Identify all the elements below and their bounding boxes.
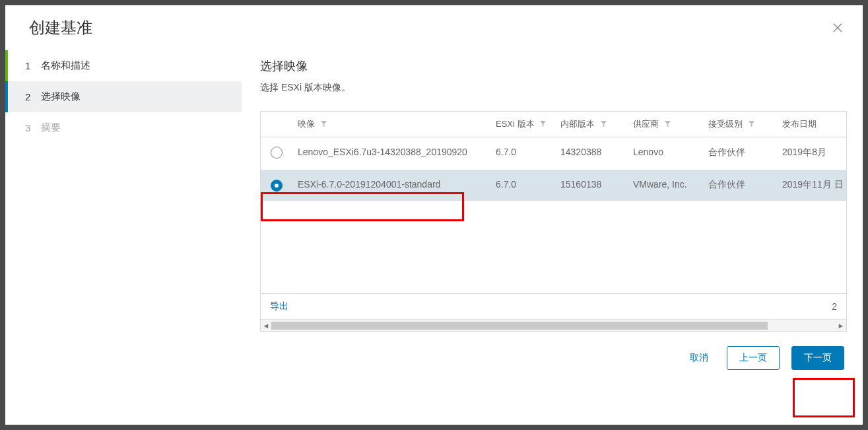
col-header-release-date: 发布日期 — [782, 119, 817, 129]
filter-icon[interactable] — [664, 120, 671, 129]
step-label: 摘要 — [41, 122, 61, 134]
col-header-esxi-version: ESXi 版本 — [496, 119, 535, 129]
filter-icon[interactable] — [539, 120, 547, 129]
step-summary: 3 摘要 — [5, 112, 242, 143]
radio-button[interactable] — [271, 147, 283, 159]
main-content: 选择映像 选择 ESXi 版本映像。 映像 ESXi 版本 — [242, 50, 863, 425]
radio-button[interactable] — [271, 180, 283, 192]
cell-release-date: 2019年11月 日 — [777, 170, 846, 201]
col-header-acceptance: 接受级别 — [708, 119, 743, 129]
step-number: 3 — [25, 122, 33, 133]
cell-acceptance: 合作伙伴 — [703, 170, 777, 201]
cell-image: ESXi-6.7.0-20191204001-standard — [292, 170, 490, 201]
next-button[interactable]: 下一页 — [791, 346, 844, 370]
table-row[interactable]: ESXi-6.7.0-20191204001-standard 6.7.0 15… — [261, 170, 846, 201]
row-count: 2 — [832, 301, 837, 312]
modal-body: 1 名称和描述 2 选择映像 3 摘要 选择映像 选择 ESXi 版本映像。 — [5, 50, 863, 425]
step-label: 选择映像 — [41, 90, 81, 103]
step-number: 1 — [25, 60, 33, 71]
section-desc: 选择 ESXi 版本映像。 — [260, 82, 863, 94]
col-header-vendor: 供应商 — [633, 119, 659, 129]
close-icon[interactable] — [831, 21, 844, 34]
cell-acceptance: 合作伙伴 — [703, 137, 777, 170]
cell-vendor: Lenovo — [628, 137, 703, 170]
filter-icon[interactable] — [320, 120, 327, 129]
image-table-container: 映像 ESXi 版本 内部版本 — [260, 111, 847, 332]
wizard-steps: 1 名称和描述 2 选择映像 3 摘要 — [5, 50, 242, 425]
export-link[interactable]: 导出 — [270, 301, 288, 312]
filter-icon[interactable] — [600, 120, 607, 129]
image-table: 映像 ESXi 版本 内部版本 — [261, 112, 846, 201]
cancel-button[interactable]: 取消 — [683, 347, 715, 369]
filter-icon[interactable] — [748, 120, 755, 129]
step-number: 2 — [25, 91, 33, 102]
cell-build: 14320388 — [555, 137, 628, 170]
cell-esxi-version: 6.7.0 — [490, 170, 555, 201]
cell-vendor: VMware, Inc. — [628, 170, 703, 201]
modal-title: 创建基准 — [29, 17, 92, 38]
modal-footer: 取消 上一页 下一页 — [260, 332, 863, 384]
cell-esxi-version: 6.7.0 — [490, 137, 555, 170]
prev-button[interactable]: 上一页 — [727, 346, 780, 370]
col-header-image: 映像 — [298, 119, 315, 129]
table-row[interactable]: Lenovo_ESXi6.7u3-14320388_20190920 6.7.0… — [261, 137, 846, 170]
cell-image: Lenovo_ESXi6.7u3-14320388_20190920 — [292, 137, 490, 170]
scroll-left-icon[interactable]: ◄ — [261, 322, 271, 330]
step-select-image[interactable]: 2 选择映像 — [5, 81, 242, 112]
table-footer: 导出 2 — [261, 293, 846, 319]
cell-release-date: 2019年8月 — [777, 137, 846, 170]
scroll-right-icon[interactable]: ► — [836, 322, 846, 330]
cell-build: 15160138 — [555, 170, 628, 201]
step-label: 名称和描述 — [41, 59, 90, 72]
modal-header: 创建基准 — [5, 5, 863, 50]
section-title: 选择映像 — [260, 58, 863, 74]
create-baseline-modal: 创建基准 1 名称和描述 2 选择映像 3 摘要 选择映像 选择 ESXi 版本… — [5, 5, 863, 425]
step-name-desc[interactable]: 1 名称和描述 — [5, 50, 242, 81]
col-header-build: 内部版本 — [560, 119, 595, 129]
horizontal-scrollbar[interactable]: ◄ ► — [261, 319, 846, 331]
